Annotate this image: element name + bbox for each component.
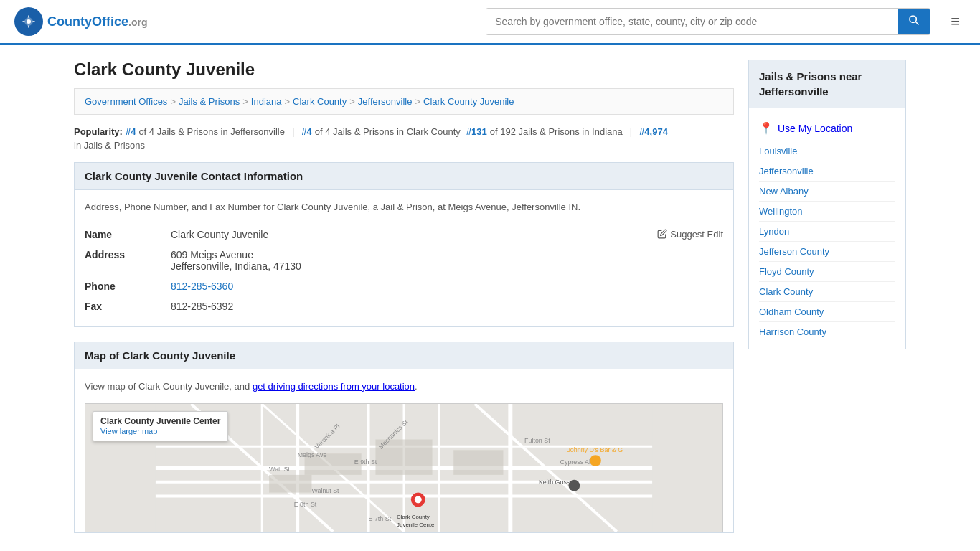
contact-description: Address, Phone Number, and Fax Number fo… bbox=[85, 200, 723, 215]
address-label: Address bbox=[85, 245, 171, 276]
sidebar-list: 📍 Use My Location Louisville Jeffersonvi… bbox=[749, 108, 905, 349]
breadcrumb-indiana[interactable]: Indiana bbox=[251, 96, 282, 107]
pop-rank-2: #4 bbox=[301, 126, 311, 137]
breadcrumb-clark-county-juvenile[interactable]: Clark County Juvenile bbox=[423, 96, 514, 107]
breadcrumb-jeffersonville[interactable]: Jeffersonville bbox=[358, 96, 413, 107]
svg-point-1 bbox=[27, 19, 31, 24]
svg-rect-20 bbox=[269, 475, 311, 493]
suggest-edit-button[interactable]: Suggest Edit bbox=[657, 229, 723, 240]
svg-text:Johnny D's Bar & G: Johnny D's Bar & G bbox=[567, 446, 623, 453]
address-line1: 609 Meigs Avenue bbox=[171, 249, 723, 260]
sidebar-item-floyd-county[interactable]: Floyd County bbox=[759, 262, 895, 282]
sidebar-box: Jails & Prisons near Jeffersonville 📍 Us… bbox=[748, 60, 906, 349]
svg-text:Juvenile Center: Juvenile Center bbox=[397, 522, 436, 528]
logo-text: CountyOffice.org bbox=[47, 14, 147, 29]
svg-text:Clark County: Clark County bbox=[397, 514, 430, 520]
contact-section: Clark County Juvenile Contact Informatio… bbox=[74, 162, 734, 327]
contact-fax-row: Fax 812-285-6392 bbox=[85, 296, 723, 316]
location-pin-icon: 📍 bbox=[759, 121, 773, 135]
svg-text:Watt St: Watt St bbox=[269, 466, 290, 473]
svg-point-33 bbox=[415, 496, 422, 504]
callout-title: Clark County Juvenile Center bbox=[100, 416, 220, 426]
search-input[interactable] bbox=[486, 9, 898, 34]
map-callout: Clark County Juvenile Center View larger… bbox=[93, 411, 228, 441]
breadcrumb-clark-county[interactable]: Clark County bbox=[293, 96, 347, 107]
logo-icon bbox=[14, 7, 43, 36]
site-logo[interactable]: CountyOffice.org bbox=[14, 7, 147, 36]
address-line2: Jeffersonville, Indiana, 47130 bbox=[171, 260, 723, 272]
edit-icon bbox=[657, 229, 667, 239]
sidebar-item-lyndon[interactable]: Lyndon bbox=[759, 222, 895, 242]
svg-rect-21 bbox=[453, 450, 503, 475]
fax-value: 812-285-6392 bbox=[171, 301, 233, 312]
svg-text:E 7th St: E 7th St bbox=[369, 515, 392, 522]
svg-point-36 bbox=[568, 480, 580, 491]
svg-text:Fulton St: Fulton St bbox=[524, 437, 550, 444]
use-location-link[interactable]: Use My Location bbox=[778, 123, 852, 134]
breadcrumb-jails-prisons[interactable]: Jails & Prisons bbox=[179, 96, 240, 107]
popularity-section: Popularity: #4 of 4 Jails & Prisons in J… bbox=[74, 126, 734, 151]
search-bar bbox=[486, 8, 930, 35]
map-section-header: Map of Clark County Juvenile bbox=[74, 342, 734, 369]
svg-text:Meigs Ave: Meigs Ave bbox=[298, 451, 327, 458]
sidebar-item-oldham-county[interactable]: Oldham County bbox=[759, 302, 895, 322]
sidebar-item-new-albany[interactable]: New Albany bbox=[759, 182, 895, 202]
name-value: Clark County Juvenile bbox=[171, 229, 268, 240]
contact-address-row: Address 609 Meigs Avenue Jeffersonville,… bbox=[85, 245, 723, 276]
pop-text-4: in Jails & Prisons bbox=[74, 140, 145, 151]
map-container[interactable]: Fulton St Cypress Alley Veronica Pl Mech… bbox=[85, 403, 723, 532]
page-title: Clark County Juvenile bbox=[74, 60, 734, 80]
search-button[interactable] bbox=[898, 9, 930, 34]
menu-icon[interactable]: ≡ bbox=[945, 9, 966, 34]
sidebar-title: Jails & Prisons near Jeffersonville bbox=[749, 60, 905, 108]
contact-section-header: Clark County Juvenile Contact Informatio… bbox=[74, 162, 734, 190]
svg-point-34 bbox=[590, 455, 601, 466]
popularity-label: Popularity: bbox=[74, 126, 123, 137]
map-section: Map of Clark County Juvenile View map of… bbox=[74, 342, 734, 534]
sidebar-item-louisville[interactable]: Louisville bbox=[759, 141, 895, 161]
fax-label: Fax bbox=[85, 296, 171, 316]
contact-phone-row: Phone 812-285-6360 bbox=[85, 276, 723, 296]
svg-text:Walnut St: Walnut St bbox=[311, 487, 339, 494]
svg-text:E 9th St: E 9th St bbox=[354, 458, 377, 466]
contact-name-row: Name Clark County Juvenile Suggest Edit bbox=[85, 225, 723, 245]
sidebar-item-jeffersonville[interactable]: Jeffersonville bbox=[759, 161, 895, 182]
sidebar-item-jefferson-county[interactable]: Jefferson County bbox=[759, 242, 895, 262]
breadcrumb-government-offices[interactable]: Government Offices bbox=[85, 96, 167, 107]
map-description: View map of Clark County Juvenile, and g… bbox=[85, 380, 723, 394]
svg-line-3 bbox=[915, 22, 918, 24]
pop-rank-3: #131 bbox=[466, 126, 487, 137]
phone-label: Phone bbox=[85, 276, 171, 296]
sidebar: Jails & Prisons near Jeffersonville 📍 Us… bbox=[748, 60, 906, 547]
pop-text-2: of 4 Jails & Prisons in Clark County bbox=[315, 126, 461, 137]
sidebar-item-clark-county[interactable]: Clark County bbox=[759, 282, 895, 302]
sidebar-item-wellington[interactable]: Wellington bbox=[759, 202, 895, 222]
pop-text-3: of 192 Jails & Prisons in Indiana bbox=[490, 126, 623, 137]
directions-link[interactable]: get driving directions from your locatio… bbox=[253, 381, 415, 392]
sidebar-item-harrison-county[interactable]: Harrison County bbox=[759, 322, 895, 342]
view-larger-map-link[interactable]: View larger map bbox=[100, 427, 157, 435]
svg-text:Keith Goss: Keith Goss bbox=[539, 479, 570, 486]
pop-text-1: of 4 Jails & Prisons in Jeffersonville bbox=[138, 126, 285, 137]
use-location-item[interactable]: 📍 Use My Location bbox=[759, 116, 895, 141]
pop-rank-4: #4,974 bbox=[639, 126, 668, 137]
phone-link[interactable]: 812-285-6360 bbox=[171, 281, 233, 292]
breadcrumb: Government Offices > Jails & Prisons > I… bbox=[74, 88, 734, 115]
svg-text:E 8th St: E 8th St bbox=[294, 501, 317, 508]
pop-rank-1: #4 bbox=[126, 126, 136, 137]
name-label: Name bbox=[85, 225, 171, 245]
